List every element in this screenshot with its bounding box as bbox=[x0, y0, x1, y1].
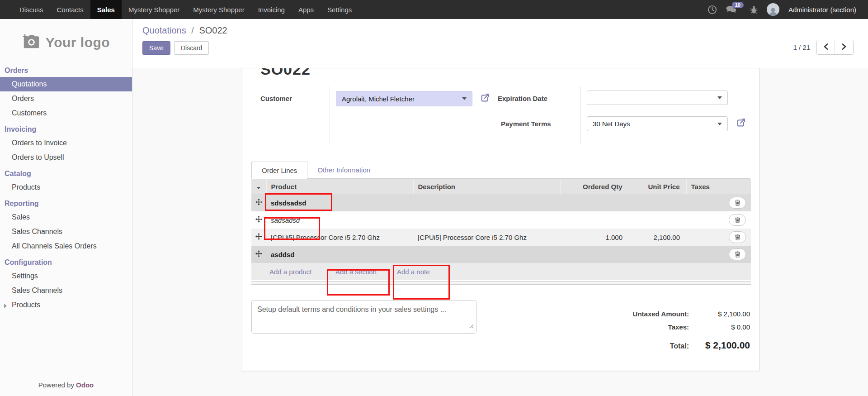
clock-icon[interactable] bbox=[708, 5, 717, 14]
unit-price-cell[interactable]: 2,100.00 bbox=[629, 229, 686, 246]
drag-handle-icon[interactable] bbox=[251, 194, 266, 211]
caret-down-icon bbox=[717, 123, 722, 125]
add-a-note-link[interactable]: Add a note bbox=[393, 263, 452, 280]
save-button[interactable]: Save bbox=[142, 41, 170, 55]
order-line-note[interactable]: sadsadsd bbox=[251, 211, 751, 229]
drag-handle-icon[interactable] bbox=[251, 246, 266, 263]
empty-cell bbox=[560, 211, 629, 229]
breadcrumb-separator: / bbox=[189, 25, 197, 35]
empty-cell bbox=[560, 194, 629, 211]
add-a-product-link[interactable]: Add a product bbox=[266, 263, 330, 280]
sidebar-item-products[interactable]: Products bbox=[0, 180, 132, 195]
empty-cell bbox=[629, 211, 686, 229]
terms-placeholder-text: Setup default terms and conditions in yo… bbox=[257, 305, 446, 313]
expiration-date-select[interactable] bbox=[587, 91, 728, 105]
optional-columns-toggle[interactable] bbox=[251, 179, 266, 194]
drag-handle-icon[interactable] bbox=[251, 211, 266, 229]
column-header-description[interactable]: Description bbox=[413, 179, 560, 194]
record-title-text: SO022 bbox=[260, 68, 311, 77]
sidebar-item-quotations[interactable]: Quotations bbox=[0, 77, 132, 91]
add-a-section-link[interactable]: Add a section bbox=[330, 263, 393, 280]
horizontal-scrollbar[interactable] bbox=[251, 281, 751, 285]
menu-heading-orders: Orders bbox=[0, 62, 132, 77]
sidebar-item-all-channels-sales-orders[interactable]: All Channels Sales Orders bbox=[0, 239, 132, 253]
sidebar-item-orders-to-upsell[interactable]: Orders to Upsell bbox=[0, 150, 132, 165]
delete-line-button[interactable] bbox=[729, 197, 746, 209]
menu-heading-configuration: Configuration bbox=[0, 253, 132, 269]
untaxed-amount-value: $ 2,100.00 bbox=[689, 310, 750, 318]
previous-record-button[interactable] bbox=[817, 40, 835, 54]
company-logo[interactable]: Your logo bbox=[5, 34, 127, 51]
nav-item-apps[interactable]: Apps bbox=[292, 0, 321, 19]
main-area: Quotations / SO022 Save Discard 1 / 21 bbox=[132, 19, 868, 396]
form-view-background: SO022 Customer Agrolait, Michel Fletcher bbox=[132, 68, 868, 396]
nav-item-contacts[interactable]: Contacts bbox=[50, 0, 90, 19]
column-header-taxes[interactable]: Taxes bbox=[686, 179, 724, 194]
order-line-product[interactable]: [CPUi5] Processor Core i5 2.70 Ghz [CPUi… bbox=[251, 229, 751, 246]
empty-cell bbox=[686, 194, 724, 211]
untaxed-amount-label: Untaxed Amount: bbox=[633, 310, 689, 318]
discard-button[interactable]: Discard bbox=[174, 41, 209, 55]
sidebar-item-settings[interactable]: Settings bbox=[0, 269, 132, 283]
order-line-section-2[interactable]: asddsd bbox=[251, 246, 751, 263]
table-header-row: Product Description Ordered Qty Unit Pri… bbox=[251, 179, 751, 194]
empty-cell bbox=[413, 246, 560, 263]
chevron-right-icon bbox=[841, 43, 847, 52]
nav-item-sales[interactable]: Sales bbox=[90, 0, 122, 19]
description-cell[interactable]: [CPUi5] Processor Core i5 2.70 Ghz bbox=[413, 229, 560, 246]
control-panel: Quotations / SO022 Save Discard 1 / 21 bbox=[132, 19, 868, 68]
drag-handle-icon[interactable] bbox=[251, 229, 266, 246]
sidebar-item-orders-to-invoice[interactable]: Orders to Invoice bbox=[0, 136, 132, 150]
column-header-product[interactable]: Product bbox=[266, 179, 413, 194]
payment-terms-external-link-icon[interactable] bbox=[736, 118, 745, 129]
messages-icon[interactable]: 10 bbox=[726, 5, 736, 14]
sidebar: Your logo Orders Quotations Orders Custo… bbox=[0, 19, 132, 396]
powered-by-prefix: Powered by bbox=[38, 381, 74, 389]
nav-item-settings[interactable]: Settings bbox=[321, 0, 359, 19]
section-name-cell[interactable]: asddsd bbox=[266, 246, 413, 263]
taxes-cell[interactable] bbox=[686, 229, 724, 246]
customer-value: Agrolait, Michel Fletcher bbox=[342, 95, 415, 103]
nav-item-discuss[interactable]: Discuss bbox=[13, 0, 50, 19]
order-line-section-1[interactable]: sdsdsadsd bbox=[251, 194, 751, 211]
column-header-unit-price[interactable]: Unit Price bbox=[629, 179, 686, 194]
delete-line-button[interactable] bbox=[729, 231, 746, 243]
resize-grip-icon[interactable] bbox=[469, 321, 474, 331]
breadcrumb: Quotations / SO022 bbox=[142, 25, 868, 36]
payment-terms-select[interactable]: 30 Net Days bbox=[587, 116, 728, 131]
sidebar-item-sales-report[interactable]: Sales bbox=[0, 210, 132, 224]
user-menu[interactable] bbox=[767, 3, 779, 16]
nav-item-mystery-shopper-2[interactable]: Mystery Shopper bbox=[186, 0, 251, 19]
sidebar-item-products-config[interactable]: Products bbox=[0, 298, 132, 312]
odoo-brand-link[interactable]: Odoo bbox=[76, 381, 94, 389]
customer-select[interactable]: Agrolait, Michel Fletcher bbox=[336, 91, 472, 106]
column-header-ordered-qty[interactable]: Ordered Qty bbox=[560, 179, 629, 194]
tab-order-lines[interactable]: Order Lines bbox=[251, 162, 307, 179]
odoo-app-window: Discuss Contacts Sales Mystery Shopper M… bbox=[0, 0, 868, 396]
user-name[interactable]: Administrator (section) bbox=[788, 6, 856, 14]
breadcrumb-current: SO022 bbox=[199, 25, 227, 35]
sidebar-item-customers[interactable]: Customers bbox=[0, 106, 132, 120]
sidebar-item-sales-channels-config[interactable]: Sales Channels bbox=[0, 283, 132, 298]
bug-icon[interactable] bbox=[750, 5, 758, 14]
next-record-button[interactable] bbox=[835, 40, 853, 54]
column-header-actions bbox=[724, 179, 751, 194]
section-name-cell[interactable]: sdsdsadsd bbox=[266, 194, 413, 211]
nav-item-invoicing[interactable]: Invoicing bbox=[251, 0, 292, 19]
note-text-cell[interactable]: sadsadsd bbox=[266, 211, 413, 229]
breadcrumb-quotations-link[interactable]: Quotations bbox=[142, 25, 186, 35]
sidebar-item-orders[interactable]: Orders bbox=[0, 91, 132, 106]
empty-cell bbox=[629, 194, 686, 211]
record-pager: 1 / 21 bbox=[793, 40, 854, 55]
tab-other-information[interactable]: Other Information bbox=[307, 162, 380, 178]
customer-external-link-icon[interactable] bbox=[480, 93, 490, 104]
sidebar-item-sales-channels-report[interactable]: Sales Channels bbox=[0, 224, 132, 239]
delete-line-button[interactable] bbox=[729, 248, 746, 260]
product-cell[interactable]: [CPUi5] Processor Core i5 2.70 Ghz bbox=[266, 229, 413, 246]
taxes-label: Taxes: bbox=[668, 323, 689, 331]
nav-item-mystery-shopper-1[interactable]: Mystery Shopper bbox=[122, 0, 186, 19]
taxes-value: $ 0.00 bbox=[689, 323, 750, 331]
delete-line-button[interactable] bbox=[729, 214, 746, 226]
terms-textarea[interactable]: Setup default terms and conditions in yo… bbox=[251, 300, 476, 334]
ordered-qty-cell[interactable]: 1.000 bbox=[560, 229, 629, 246]
